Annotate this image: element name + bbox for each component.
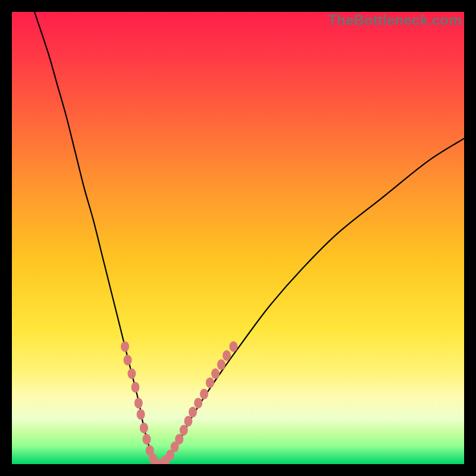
curve-marker [223, 350, 231, 361]
watermark-text: TheBottleneck.com [328, 12, 462, 29]
curve-marker [180, 425, 188, 436]
curve-marker [194, 397, 202, 408]
curve-marker [206, 377, 214, 388]
curve-marker [137, 409, 145, 419]
curve-marker [121, 341, 129, 352]
curve-marker [124, 355, 132, 365]
curve-marker [211, 368, 220, 379]
curve-marker [131, 382, 139, 393]
curve-marker [200, 389, 208, 399]
curve-marker [134, 397, 143, 408]
bottleneck-chart [12, 12, 464, 464]
curve-marker [229, 341, 237, 352]
plot-frame: TheBottleneck.com [12, 12, 464, 464]
curve-marker [184, 416, 192, 427]
curve-marker [140, 422, 148, 433]
curve-marker [217, 359, 226, 370]
curve-marker [189, 407, 197, 418]
curve-marker [142, 434, 151, 444]
curve-marker [127, 368, 136, 379]
curve-marker [175, 434, 183, 444]
gradient-background [12, 12, 464, 464]
